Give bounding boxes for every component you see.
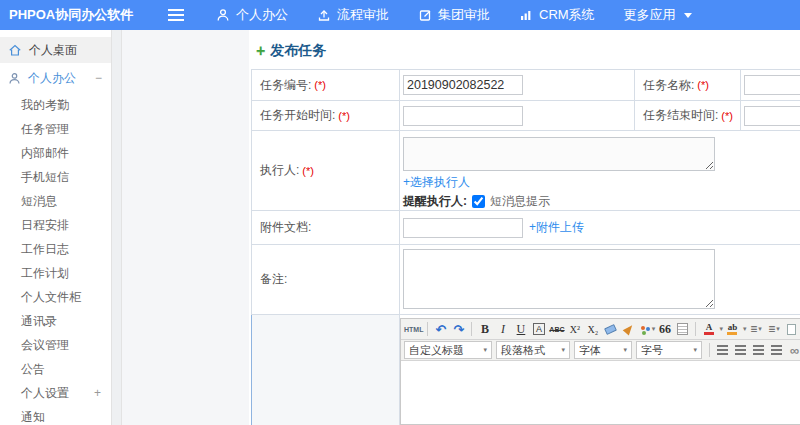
executor-textarea[interactable] [403,137,715,171]
palette-icon[interactable]: ▾ [638,320,655,338]
executor-cell: +选择执行人 提醒执行人: 短消息提示 [400,131,800,211]
task-name-input[interactable] [744,75,800,95]
sidebar-item-short-message[interactable]: 短消息 [0,189,111,213]
required-mark: (*) [721,110,733,122]
required-mark: (*) [697,79,709,91]
edit-icon [418,8,432,22]
format-brush-icon[interactable] [620,320,637,338]
sidebar-section-personal-office[interactable]: 个人办公 − [0,63,111,93]
app-brand: PHPOA协同办公软件 [0,6,158,24]
required-mark: (*) [302,165,314,177]
html-source-button[interactable]: HTML [404,320,423,338]
nav-more-apps[interactable]: 更多应用 [624,6,692,24]
sidebar-item-contacts[interactable]: 通讯录 [0,309,111,333]
font-family-select[interactable]: 字体▾ [574,341,632,359]
sidebar-item-personal-settings[interactable]: 个人设置 + [0,381,111,405]
italic-button[interactable]: I [494,320,511,338]
sms-tip-checkbox[interactable] [472,195,485,208]
required-mark: (*) [338,110,350,122]
main-content: + 发布任务 任务编号: (*) 任务名称: (*) [249,30,800,425]
eraser-icon[interactable] [602,320,619,338]
sidebar-item-label: 个人桌面 [29,42,77,59]
attachment-input[interactable] [403,218,523,238]
font-color-button[interactable]: A [700,320,717,338]
sidebar-gutter [112,30,122,425]
sidebar-item-attendance[interactable]: 我的考勤 [0,93,111,117]
hamburger-menu-icon[interactable] [168,14,184,16]
end-time-input[interactable] [744,106,800,126]
task-name-cell [741,70,800,101]
paragraph-format-select[interactable]: 段落格式▾ [496,341,570,359]
person-icon [216,8,230,22]
sidebar-item-schedule[interactable]: 日程安排 [0,213,111,237]
blockquote-button[interactable]: 66 [656,320,673,338]
required-mark: (*) [314,79,326,91]
start-time-input[interactable] [403,106,523,126]
attachment-upload-link[interactable]: +附件上传 [529,219,584,236]
sidebar-item-work-log[interactable]: 工作日志 [0,237,111,261]
editor-content-area[interactable] [401,361,800,424]
start-time-label: 任务开始时间: (*) [252,101,400,131]
note-cell [400,245,800,315]
sidebar-item-meeting[interactable]: 会议管理 [0,333,111,357]
publish-task-form: 任务编号: (*) 任务名称: (*) 任务开始时间: (*) [251,69,800,425]
sidebar-item-file-cabinet[interactable]: 个人文件柜 [0,285,111,309]
nav-group-approval[interactable]: 集团审批 [418,6,490,24]
font-size-select[interactable]: 字号▾ [636,341,702,359]
header-nav: 个人办公 流程审批 集团审批 CRM系统 更多应用 [216,6,721,24]
subscript-button[interactable]: X₂ [584,320,601,338]
collapse-minus-icon[interactable]: − [95,71,102,85]
sidebar-item-internal-mail[interactable]: 内部邮件 [0,141,111,165]
page-icon[interactable] [783,320,800,338]
nav-personal-office[interactable]: 个人办公 [216,6,288,24]
attachment-cell: +附件上传 [400,211,800,245]
sidebar-item-work-plan[interactable]: 工作计划 [0,261,111,285]
editor-toolbar-row2: 自定义标题▾ 段落格式▾ 字体▾ 字号▾ ∞ ∞x [401,340,800,361]
process-icon [317,8,331,22]
note-textarea[interactable] [403,249,715,309]
sidebar-item-label: 个人设置 [21,385,69,402]
link-icon[interactable]: ∞ [786,341,800,359]
content-left-panel [122,30,249,425]
top-header: PHPOA协同办公软件 个人办公 流程审批 集团审批 [0,0,800,30]
note-label: 备注: [252,245,400,315]
align-center-icon[interactable] [732,341,749,359]
align-left-icon[interactable] [714,341,731,359]
ordered-list-icon[interactable]: ≡▾ [747,320,764,338]
unordered-list-icon[interactable]: ≡▾ [765,320,782,338]
nav-label: 更多应用 [624,6,676,24]
page-title-text: 发布任务 [270,42,326,60]
superscript-button[interactable]: X² [566,320,583,338]
highlight-color-button[interactable]: ab [724,320,741,338]
sidebar-item-sms[interactable]: 手机短信 [0,165,111,189]
underline-button[interactable]: U [512,320,529,338]
start-time-cell [400,101,635,131]
executor-label: 执行人: (*) [252,131,400,211]
bold-button[interactable]: B [476,320,493,338]
align-justify-icon[interactable] [768,341,785,359]
end-time-label: 任务结束时间: (*) [635,101,741,131]
custom-title-select[interactable]: 自定义标题▾ [404,341,492,359]
nav-label: 流程审批 [337,6,389,24]
caret-down-icon [684,13,692,18]
task-no-cell [400,70,635,101]
strikethrough-button[interactable]: ABC [548,320,565,338]
sidebar-item-desktop[interactable]: 个人桌面 [0,37,111,63]
nav-process-approval[interactable]: 流程审批 [317,6,389,24]
sidebar-item-task-management[interactable]: 任务管理 [0,117,111,141]
undo-icon[interactable]: ↶ [432,320,449,338]
nav-crm-system[interactable]: CRM系统 [519,6,595,24]
font-style-button[interactable]: A [533,323,545,335]
attachment-label: 附件文档: [252,211,400,245]
sidebar-item-announcement[interactable]: 公告 [0,357,111,381]
remind-executor-label: 提醒执行人: [403,193,467,210]
expand-plus-icon[interactable]: + [94,386,101,400]
editor-row-label-cell [251,315,400,425]
sidebar-item-notice[interactable]: 通知 [0,405,111,425]
clipboard-icon[interactable] [674,320,691,338]
select-executor-link[interactable]: +选择执行人 [403,175,470,189]
redo-icon[interactable]: ↷ [450,320,467,338]
align-right-icon[interactable] [750,341,767,359]
home-icon [8,43,22,57]
task-no-input[interactable] [403,75,523,95]
